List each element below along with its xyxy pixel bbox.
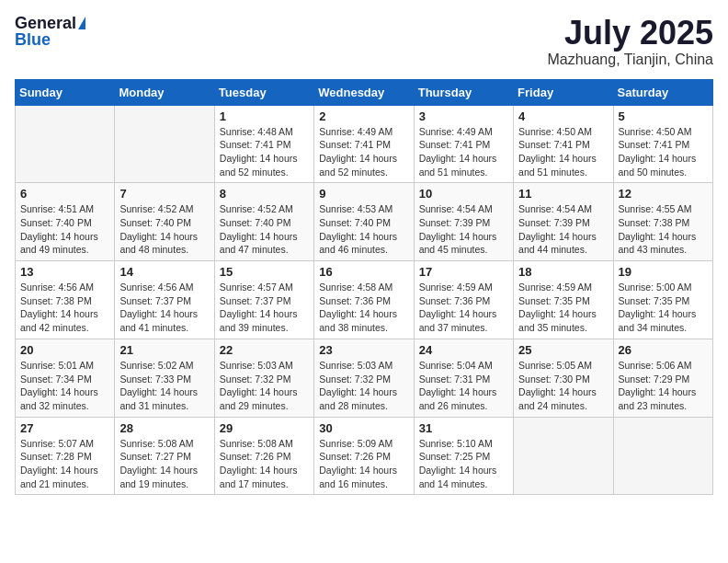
day-number: 9 xyxy=(319,187,408,201)
calendar-cell: 22Sunrise: 5:03 AM Sunset: 7:32 PM Dayli… xyxy=(214,339,313,417)
day-number: 20 xyxy=(20,343,109,357)
day-number: 22 xyxy=(220,343,309,357)
col-monday: Monday xyxy=(115,79,214,105)
calendar-cell: 31Sunrise: 5:10 AM Sunset: 7:25 PM Dayli… xyxy=(414,417,513,495)
day-info: Sunrise: 5:10 AM Sunset: 7:25 PM Dayligh… xyxy=(419,437,508,491)
calendar-week-1: 1Sunrise: 4:48 AM Sunset: 7:41 PM Daylig… xyxy=(16,105,713,183)
calendar-cell: 25Sunrise: 5:05 AM Sunset: 7:30 PM Dayli… xyxy=(514,339,613,417)
calendar-body: 1Sunrise: 4:48 AM Sunset: 7:41 PM Daylig… xyxy=(16,105,713,495)
day-info: Sunrise: 4:50 AM Sunset: 7:41 PM Dayligh… xyxy=(619,125,708,179)
day-number: 1 xyxy=(220,109,309,123)
day-info: Sunrise: 5:00 AM Sunset: 7:35 PM Dayligh… xyxy=(619,281,708,335)
calendar-week-2: 6Sunrise: 4:51 AM Sunset: 7:40 PM Daylig… xyxy=(16,183,713,261)
calendar-cell xyxy=(16,105,115,183)
day-info: Sunrise: 4:49 AM Sunset: 7:41 PM Dayligh… xyxy=(419,125,508,179)
day-number: 4 xyxy=(518,109,608,123)
calendar-cell: 7Sunrise: 4:52 AM Sunset: 7:40 PM Daylig… xyxy=(115,183,214,261)
calendar-cell: 15Sunrise: 4:57 AM Sunset: 7:37 PM Dayli… xyxy=(214,261,313,339)
calendar-cell: 6Sunrise: 4:51 AM Sunset: 7:40 PM Daylig… xyxy=(16,183,115,261)
day-info: Sunrise: 4:56 AM Sunset: 7:38 PM Dayligh… xyxy=(20,281,109,335)
day-info: Sunrise: 5:01 AM Sunset: 7:34 PM Dayligh… xyxy=(20,359,109,413)
day-info: Sunrise: 4:50 AM Sunset: 7:41 PM Dayligh… xyxy=(518,125,608,179)
calendar-cell: 18Sunrise: 4:59 AM Sunset: 7:35 PM Dayli… xyxy=(514,261,613,339)
calendar-cell: 24Sunrise: 5:04 AM Sunset: 7:31 PM Dayli… xyxy=(414,339,513,417)
day-number: 13 xyxy=(20,265,109,279)
day-info: Sunrise: 5:09 AM Sunset: 7:26 PM Dayligh… xyxy=(319,437,408,491)
day-number: 28 xyxy=(119,421,209,435)
col-thursday: Thursday xyxy=(414,79,513,105)
col-saturday: Saturday xyxy=(613,79,712,105)
calendar-week-3: 13Sunrise: 4:56 AM Sunset: 7:38 PM Dayli… xyxy=(16,261,713,339)
day-number: 25 xyxy=(518,343,608,357)
location-title: Mazhuang, Tianjin, China xyxy=(547,52,713,68)
day-info: Sunrise: 4:54 AM Sunset: 7:39 PM Dayligh… xyxy=(518,202,608,257)
day-number: 16 xyxy=(319,265,408,279)
day-number: 26 xyxy=(619,343,708,357)
calendar-cell: 10Sunrise: 4:54 AM Sunset: 7:39 PM Dayli… xyxy=(414,183,513,261)
day-info: Sunrise: 5:03 AM Sunset: 7:32 PM Dayligh… xyxy=(220,359,309,413)
day-info: Sunrise: 5:04 AM Sunset: 7:31 PM Dayligh… xyxy=(419,359,508,413)
calendar-cell: 4Sunrise: 4:50 AM Sunset: 7:41 PM Daylig… xyxy=(514,105,613,183)
calendar-cell: 12Sunrise: 4:55 AM Sunset: 7:38 PM Dayli… xyxy=(613,183,712,261)
calendar-cell: 16Sunrise: 4:58 AM Sunset: 7:36 PM Dayli… xyxy=(314,261,414,339)
logo-blue-text: Blue xyxy=(15,31,51,48)
day-number: 30 xyxy=(319,421,408,435)
day-info: Sunrise: 4:54 AM Sunset: 7:39 PM Dayligh… xyxy=(419,202,508,257)
day-info: Sunrise: 4:53 AM Sunset: 7:40 PM Dayligh… xyxy=(319,202,408,257)
day-number: 14 xyxy=(119,265,209,279)
day-info: Sunrise: 4:52 AM Sunset: 7:40 PM Dayligh… xyxy=(119,202,209,257)
calendar-week-4: 20Sunrise: 5:01 AM Sunset: 7:34 PM Dayli… xyxy=(16,339,713,417)
calendar-cell: 9Sunrise: 4:53 AM Sunset: 7:40 PM Daylig… xyxy=(314,183,414,261)
day-number: 3 xyxy=(419,109,508,123)
day-number: 2 xyxy=(319,109,408,123)
day-number: 21 xyxy=(119,343,209,357)
page-header: General Blue July 2025 Mazhuang, Tianjin… xyxy=(15,15,713,68)
calendar-cell: 3Sunrise: 4:49 AM Sunset: 7:41 PM Daylig… xyxy=(414,105,513,183)
col-wednesday: Wednesday xyxy=(314,79,414,105)
day-number: 17 xyxy=(419,265,508,279)
calendar-cell: 8Sunrise: 4:52 AM Sunset: 7:40 PM Daylig… xyxy=(214,183,313,261)
day-number: 29 xyxy=(220,421,309,435)
day-info: Sunrise: 5:03 AM Sunset: 7:32 PM Dayligh… xyxy=(319,359,408,413)
day-info: Sunrise: 4:55 AM Sunset: 7:38 PM Dayligh… xyxy=(619,202,708,257)
day-info: Sunrise: 4:56 AM Sunset: 7:37 PM Dayligh… xyxy=(119,281,209,335)
calendar-cell: 30Sunrise: 5:09 AM Sunset: 7:26 PM Dayli… xyxy=(314,417,414,495)
day-number: 27 xyxy=(20,421,109,435)
day-info: Sunrise: 5:07 AM Sunset: 7:28 PM Dayligh… xyxy=(20,437,109,491)
calendar-cell: 2Sunrise: 4:49 AM Sunset: 7:41 PM Daylig… xyxy=(314,105,414,183)
title-area: July 2025 Mazhuang, Tianjin, China xyxy=(547,15,713,68)
logo-general-text: General xyxy=(15,15,76,31)
day-info: Sunrise: 4:59 AM Sunset: 7:36 PM Dayligh… xyxy=(419,281,508,335)
calendar-cell: 29Sunrise: 5:08 AM Sunset: 7:26 PM Dayli… xyxy=(214,417,313,495)
day-info: Sunrise: 5:05 AM Sunset: 7:30 PM Dayligh… xyxy=(518,359,608,413)
day-number: 12 xyxy=(619,187,708,201)
day-number: 6 xyxy=(20,187,109,201)
calendar-cell: 11Sunrise: 4:54 AM Sunset: 7:39 PM Dayli… xyxy=(514,183,613,261)
day-info: Sunrise: 5:08 AM Sunset: 7:26 PM Dayligh… xyxy=(220,437,309,491)
day-info: Sunrise: 4:52 AM Sunset: 7:40 PM Dayligh… xyxy=(220,202,309,257)
day-info: Sunrise: 4:59 AM Sunset: 7:35 PM Dayligh… xyxy=(518,281,608,335)
day-number: 7 xyxy=(119,187,209,201)
day-info: Sunrise: 5:02 AM Sunset: 7:33 PM Dayligh… xyxy=(119,359,209,413)
day-number: 11 xyxy=(518,187,608,201)
calendar-cell: 26Sunrise: 5:06 AM Sunset: 7:29 PM Dayli… xyxy=(613,339,712,417)
day-info: Sunrise: 4:48 AM Sunset: 7:41 PM Dayligh… xyxy=(220,125,309,179)
day-info: Sunrise: 4:51 AM Sunset: 7:40 PM Dayligh… xyxy=(20,202,109,257)
day-info: Sunrise: 5:08 AM Sunset: 7:27 PM Dayligh… xyxy=(119,437,209,491)
day-number: 15 xyxy=(220,265,309,279)
calendar-cell xyxy=(115,105,214,183)
header-row: Sunday Monday Tuesday Wednesday Thursday… xyxy=(16,79,713,105)
calendar-cell: 23Sunrise: 5:03 AM Sunset: 7:32 PM Dayli… xyxy=(314,339,414,417)
day-number: 10 xyxy=(419,187,508,201)
day-number: 8 xyxy=(220,187,309,201)
calendar-cell: 14Sunrise: 4:56 AM Sunset: 7:37 PM Dayli… xyxy=(115,261,214,339)
day-number: 31 xyxy=(419,421,508,435)
calendar-cell: 21Sunrise: 5:02 AM Sunset: 7:33 PM Dayli… xyxy=(115,339,214,417)
calendar-cell: 17Sunrise: 4:59 AM Sunset: 7:36 PM Dayli… xyxy=(414,261,513,339)
col-sunday: Sunday xyxy=(16,79,115,105)
col-friday: Friday xyxy=(514,79,613,105)
day-number: 24 xyxy=(419,343,508,357)
day-info: Sunrise: 4:58 AM Sunset: 7:36 PM Dayligh… xyxy=(319,281,408,335)
day-info: Sunrise: 4:57 AM Sunset: 7:37 PM Dayligh… xyxy=(220,281,309,335)
calendar-cell: 20Sunrise: 5:01 AM Sunset: 7:34 PM Dayli… xyxy=(16,339,115,417)
